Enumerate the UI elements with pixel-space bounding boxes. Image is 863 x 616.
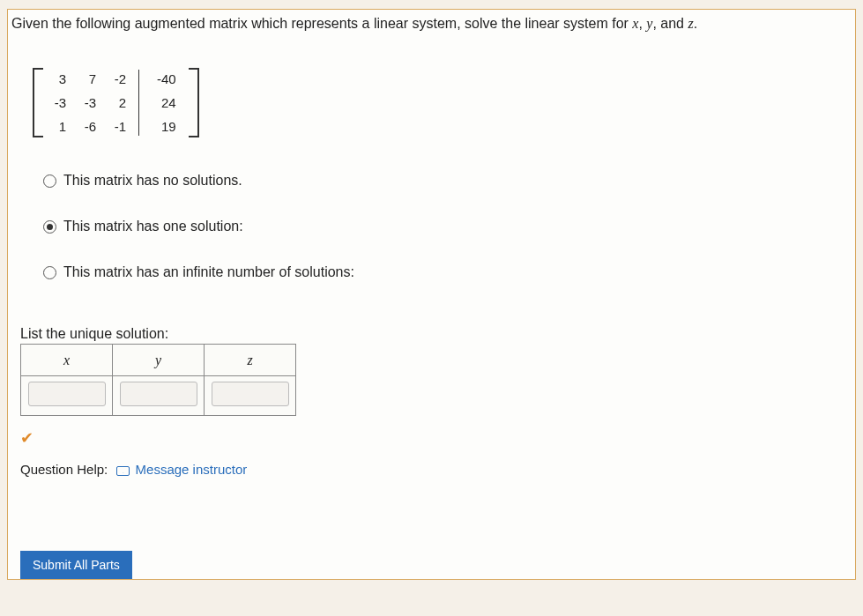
message-instructor-label: Message instructor <box>136 462 248 477</box>
question-help-row: Question Help: Message instructor <box>8 448 855 477</box>
z-input[interactable] <box>212 382 289 406</box>
matrix-cell: 2 <box>108 95 126 110</box>
column-header-z: z <box>205 345 296 376</box>
solution-list-label: List the unique solution: <box>8 310 855 344</box>
question-container: Given the following augmented matrix whi… <box>7 9 856 580</box>
matrix-cell: -1 <box>108 119 126 134</box>
column-header-x: x <box>21 345 113 376</box>
matrix-cell: 24 <box>157 95 176 110</box>
message-instructor-link[interactable]: Message instructor <box>116 462 247 477</box>
option-no-solutions[interactable]: This matrix has no solutions. <box>43 173 855 189</box>
table-header-row: x y z <box>21 345 296 376</box>
matrix-cell: -6 <box>78 119 96 134</box>
matrix-left-bracket-icon <box>33 68 43 137</box>
check-icon: ✔ <box>20 428 855 448</box>
table-input-row <box>21 376 296 416</box>
option-label: This matrix has an infinite number of so… <box>63 264 354 280</box>
augmented-matrix: 3 7 -2 -3 -3 2 1 -6 -1 -40 24 19 <box>8 45 855 160</box>
help-label: Question Help: <box>20 462 108 477</box>
prompt-text-mid1: , <box>638 16 646 31</box>
matrix-cell: -2 <box>108 71 126 86</box>
matrix-right-bracket-icon <box>189 68 199 137</box>
matrix-cell: 3 <box>48 71 66 86</box>
option-label: This matrix has one solution: <box>63 219 243 234</box>
radio-icon[interactable] <box>43 174 56 188</box>
question-prompt: Given the following augmented matrix whi… <box>8 10 855 45</box>
submit-all-parts-button[interactable]: Submit All Parts <box>20 551 132 580</box>
matrix-cell: 19 <box>157 119 176 134</box>
radio-icon[interactable] <box>43 220 56 234</box>
prompt-text-post: . <box>694 16 697 31</box>
option-one-solution[interactable]: This matrix has one solution: <box>43 219 855 234</box>
matrix-cell: 7 <box>78 71 96 86</box>
y-input[interactable] <box>120 382 197 406</box>
prompt-text-pre: Given the following augmented matrix whi… <box>11 16 632 31</box>
solution-table: x y z <box>20 344 296 416</box>
x-input[interactable] <box>28 382 106 406</box>
option-label: This matrix has no solutions. <box>63 173 242 189</box>
column-header-y: y <box>113 345 205 376</box>
matrix-cell: 1 <box>48 119 66 134</box>
matrix-augment-block: -40 24 19 <box>139 71 183 134</box>
answer-options: This matrix has no solutions. This matri… <box>8 160 855 280</box>
radio-icon[interactable] <box>43 266 56 279</box>
option-infinite-solutions[interactable]: This matrix has an infinite number of so… <box>43 264 855 280</box>
matrix-cell: -3 <box>78 95 96 110</box>
matrix-coefficient-block: 3 7 -2 -3 -3 2 1 -6 -1 <box>48 71 138 134</box>
matrix-cell: -40 <box>157 71 176 86</box>
prompt-text-mid2: , and <box>652 16 688 31</box>
matrix-cell: -3 <box>48 95 66 110</box>
mail-icon <box>116 466 130 476</box>
